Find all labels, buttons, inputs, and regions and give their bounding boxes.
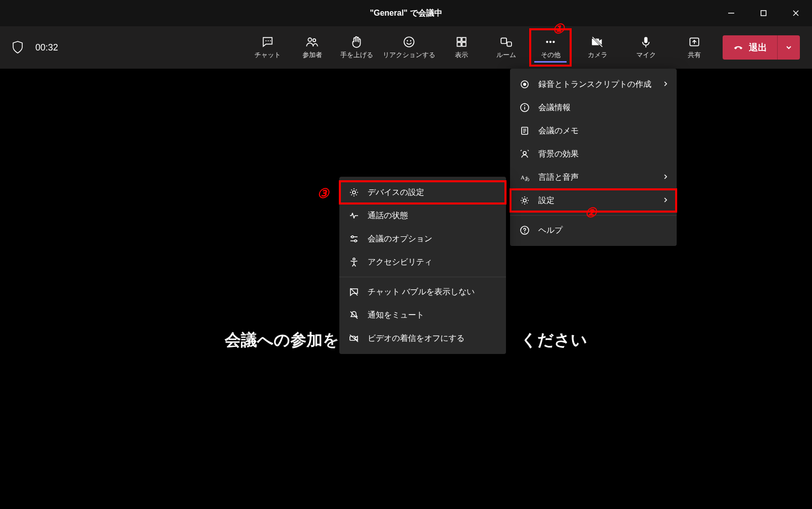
- mic-label: マイク: [636, 50, 656, 60]
- close-button[interactable]: [780, 0, 812, 26]
- svg-point-20: [552, 41, 554, 43]
- mic-button[interactable]: マイク: [626, 29, 666, 66]
- menu-help-label: ヘルプ: [538, 225, 563, 236]
- bell-off-icon: [348, 310, 360, 321]
- close-icon: [792, 10, 799, 17]
- submenu-accessibility[interactable]: アクセシビリティ: [339, 250, 506, 274]
- chevron-right-icon: [663, 80, 669, 89]
- svg-point-18: [546, 41, 548, 43]
- menu-meeting-notes[interactable]: 会議のメモ: [510, 119, 677, 142]
- menu-recording-label: 録音とトランスクリプトの作成: [538, 79, 651, 90]
- reactions-label: リアクションする: [383, 50, 435, 60]
- raise-hand-label: 手を上げる: [340, 50, 373, 60]
- submenu-call-health-label: 通話の状態: [368, 211, 408, 221]
- share-label: 共有: [688, 50, 701, 60]
- menu-background-effects[interactable]: 背景の効果: [510, 142, 677, 166]
- hangup-icon: [733, 42, 744, 53]
- share-button[interactable]: 共有: [674, 29, 715, 66]
- people-icon: [306, 35, 319, 48]
- chat-icon: [261, 35, 274, 48]
- submenu-mute-notifications[interactable]: 通知をミュート: [339, 303, 506, 327]
- participants-button[interactable]: 参加者: [292, 29, 332, 66]
- svg-point-8: [313, 39, 316, 42]
- svg-point-47: [354, 240, 357, 242]
- window-title: "General" で会議中: [370, 8, 442, 19]
- submenu-no-chat-bubbles[interactable]: チャット バブルを表示しない: [339, 280, 506, 303]
- settings-submenu: デバイスの設定 通話の状態 会議のオプション アクセシビリティ チャット バブル…: [339, 177, 506, 354]
- ellipsis-icon: [544, 35, 557, 48]
- minimize-button[interactable]: [715, 0, 747, 26]
- annotation-2: ②: [585, 205, 596, 221]
- menu-recording[interactable]: 録音とトランスクリプトの作成: [510, 73, 677, 96]
- svg-point-42: [524, 232, 525, 233]
- menu-meeting-info[interactable]: 会議情報: [510, 96, 677, 119]
- rooms-icon: [499, 35, 513, 48]
- menu-language-speech[interactable]: Aあ 言語と音声: [510, 166, 677, 189]
- toolbar-right: カメラ マイク 共有 退出: [577, 29, 800, 66]
- svg-text:あ: あ: [525, 176, 530, 181]
- raise-hand-button[interactable]: 手を上げる: [336, 29, 377, 66]
- svg-point-43: [352, 191, 356, 194]
- maximize-button[interactable]: [747, 0, 780, 26]
- svg-point-48: [353, 258, 355, 260]
- chevron-down-icon: [785, 44, 792, 51]
- accessibility-icon: [348, 257, 360, 268]
- meeting-stage: 会議への参加を XXXXXXXXXXXXXXXX ください 録音とトランスクリプ…: [0, 69, 812, 509]
- svg-point-30: [524, 105, 525, 106]
- sliders-icon: [348, 233, 360, 244]
- menu-meeting-info-label: 会議情報: [538, 103, 571, 113]
- help-icon: [519, 225, 530, 236]
- submenu-accessibility-label: アクセシビリティ: [368, 257, 432, 268]
- svg-rect-17: [507, 42, 512, 46]
- gear-icon: [519, 195, 530, 206]
- annotation-1: ①: [552, 21, 564, 37]
- shield-icon: [12, 41, 23, 54]
- svg-rect-16: [501, 38, 506, 43]
- submenu-meeting-options[interactable]: 会議のオプション: [339, 227, 506, 250]
- reactions-button[interactable]: リアクションする: [381, 29, 437, 66]
- submenu-call-health[interactable]: 通話の状態: [339, 204, 506, 227]
- camera-label: カメラ: [588, 50, 607, 60]
- meeting-toolbar: 00:32 チャット 参加者 手を上げる リアクションする 表示 ルーム: [0, 26, 812, 69]
- svg-text:A: A: [521, 174, 525, 180]
- svg-line-37: [528, 150, 529, 151]
- svg-point-5: [268, 40, 269, 41]
- video-off-icon: [348, 333, 360, 344]
- toolbar-left: 00:32: [12, 41, 58, 54]
- svg-rect-1: [761, 11, 766, 16]
- svg-rect-14: [457, 42, 461, 46]
- more-button[interactable]: その他: [530, 29, 571, 66]
- svg-rect-12: [457, 37, 461, 41]
- leave-dropdown-button[interactable]: [777, 35, 800, 60]
- share-icon: [688, 35, 701, 48]
- view-button[interactable]: 表示: [441, 29, 482, 66]
- submenu-turn-off-video[interactable]: ビデオの着信をオフにする: [339, 327, 506, 350]
- svg-line-52: [350, 335, 358, 342]
- privacy-shield-button[interactable]: [12, 41, 23, 54]
- submenu-no-chat-bubbles-label: チャット バブルを表示しない: [368, 287, 475, 297]
- window-controls: [715, 0, 812, 26]
- chat-button[interactable]: チャット: [247, 29, 288, 66]
- notes-icon: [519, 125, 530, 136]
- svg-point-7: [308, 38, 312, 41]
- chat-label: チャット: [255, 50, 281, 60]
- background-icon: [519, 148, 530, 160]
- menu-help[interactable]: ヘルプ: [510, 219, 677, 242]
- camera-button[interactable]: カメラ: [577, 29, 618, 66]
- record-icon: [519, 79, 530, 90]
- participants-label: 参加者: [302, 50, 322, 60]
- submenu-device-settings[interactable]: デバイスの設定: [339, 181, 506, 204]
- svg-point-19: [549, 41, 551, 43]
- svg-point-9: [404, 37, 414, 47]
- bg-text-right: ください: [521, 331, 587, 349]
- menu-meeting-notes-label: 会議のメモ: [538, 126, 579, 136]
- svg-point-45: [351, 236, 353, 238]
- rooms-button[interactable]: ルーム: [486, 29, 526, 66]
- leave-button[interactable]: 退出: [723, 35, 777, 60]
- svg-rect-23: [644, 37, 648, 43]
- svg-point-11: [410, 40, 412, 42]
- chevron-right-icon: [663, 173, 669, 182]
- titlebar: "General" で会議中: [0, 0, 812, 26]
- svg-point-6: [270, 40, 271, 41]
- minimize-icon: [728, 10, 735, 17]
